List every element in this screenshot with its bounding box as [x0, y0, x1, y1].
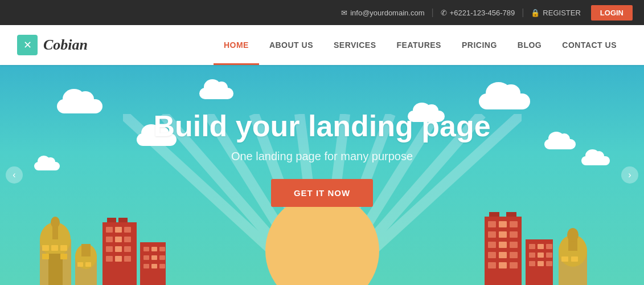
cta-button[interactable]: GET IT NOW: [271, 179, 373, 207]
navbar: ✕ Cobian HOME ABOUT US SERVICES FEATURES…: [0, 25, 644, 65]
svg-rect-73: [538, 253, 544, 258]
svg-rect-71: [546, 244, 552, 249]
svg-rect-24: [85, 262, 91, 267]
svg-rect-42: [151, 247, 157, 251]
svg-rect-69: [529, 244, 535, 249]
topbar: ✉ info@yourdomain.com | ✆ +6221-123-456-…: [0, 0, 644, 25]
lock-icon: 🔒: [531, 9, 540, 17]
svg-rect-52: [499, 221, 507, 227]
svg-rect-28: [124, 227, 131, 233]
svg-rect-43: [159, 247, 165, 251]
svg-rect-66: [489, 212, 499, 217]
svg-rect-74: [546, 253, 552, 258]
svg-rect-22: [81, 244, 91, 256]
svg-rect-56: [510, 231, 518, 238]
logo-icon: ✕: [17, 35, 38, 55]
svg-rect-46: [159, 255, 165, 260]
svg-rect-57: [488, 242, 496, 248]
svg-rect-15: [60, 245, 67, 251]
svg-point-19: [51, 217, 60, 228]
svg-rect-26: [106, 227, 113, 233]
hero-subtitle: One landing page for many purpose: [231, 150, 413, 163]
cloud-2: [199, 88, 233, 99]
topbar-email: ✉ info@yourdomain.com: [341, 9, 424, 17]
nav-item-services[interactable]: SERVICES: [323, 25, 387, 65]
svg-rect-27: [115, 227, 122, 233]
svg-rect-67: [506, 212, 516, 217]
buildings: [0, 205, 644, 285]
svg-rect-32: [106, 246, 113, 252]
svg-rect-14: [51, 245, 58, 251]
left-buildings: [34, 205, 194, 285]
svg-rect-55: [499, 231, 507, 238]
svg-rect-13: [42, 245, 49, 251]
cloud-5: [544, 139, 576, 149]
nav-item-blog[interactable]: BLOG: [507, 25, 552, 65]
topbar-phone: ✆ +6221-123-456-789: [441, 9, 515, 17]
svg-rect-37: [124, 256, 131, 262]
svg-rect-30: [115, 237, 122, 242]
svg-rect-49: [159, 264, 165, 268]
svg-rect-77: [546, 261, 552, 266]
svg-rect-75: [529, 261, 535, 266]
svg-rect-70: [538, 244, 544, 249]
nav-item-pricing[interactable]: PRICING: [452, 25, 507, 65]
svg-rect-60: [488, 252, 496, 258]
svg-rect-62: [510, 252, 518, 258]
cloud-8: [581, 156, 610, 165]
svg-rect-53: [510, 221, 518, 227]
svg-rect-38: [107, 218, 116, 222]
divider-2: |: [522, 7, 524, 18]
svg-rect-83: [571, 256, 578, 262]
login-button[interactable]: LOGIN: [591, 5, 633, 21]
svg-rect-61: [499, 252, 507, 258]
svg-rect-47: [143, 264, 149, 268]
cloud-7: [34, 162, 60, 170]
svg-rect-65: [510, 262, 518, 268]
svg-rect-48: [151, 264, 157, 268]
svg-rect-72: [529, 253, 535, 258]
svg-rect-58: [499, 242, 507, 248]
svg-rect-29: [106, 237, 113, 242]
svg-rect-33: [115, 246, 122, 252]
hero-section: Build your landing page One landing page…: [0, 65, 644, 285]
nav-item-features[interactable]: FEATURES: [387, 25, 452, 65]
svg-rect-17: [60, 254, 67, 259]
nav-item-home[interactable]: HOME: [214, 25, 259, 65]
svg-rect-45: [151, 255, 157, 260]
register-link[interactable]: 🔒 REGISTER: [531, 9, 580, 17]
svg-rect-16: [42, 254, 49, 259]
svg-rect-35: [106, 256, 113, 262]
svg-point-81: [567, 228, 579, 242]
cloud-1: [57, 99, 102, 113]
svg-rect-82: [561, 256, 568, 262]
svg-rect-34: [124, 246, 131, 252]
svg-rect-76: [538, 261, 544, 266]
svg-rect-63: [488, 262, 496, 268]
svg-rect-64: [499, 262, 507, 268]
scroll-right-arrow[interactable]: ›: [621, 166, 638, 184]
svg-rect-31: [124, 237, 131, 242]
divider-1: |: [431, 7, 433, 18]
svg-rect-51: [488, 221, 496, 227]
svg-rect-39: [118, 218, 128, 222]
logo-text[interactable]: Cobian: [43, 36, 88, 54]
hero-title: Build your landing page: [153, 109, 490, 143]
phone-icon: ✆: [441, 9, 447, 17]
nav-links: HOME ABOUT US SERVICES FEATURES PRICING …: [214, 25, 627, 65]
cloud-4: [479, 93, 530, 109]
right-buildings: [485, 205, 610, 285]
nav-item-about[interactable]: ABOUT US: [259, 25, 323, 65]
svg-rect-54: [488, 231, 496, 238]
logo-area: ✕ Cobian: [17, 35, 108, 55]
svg-rect-36: [115, 256, 122, 262]
svg-rect-41: [143, 247, 149, 251]
svg-rect-59: [510, 242, 518, 248]
nav-item-contact[interactable]: CONTACT US: [552, 25, 627, 65]
scroll-left-arrow[interactable]: ‹: [6, 166, 23, 184]
svg-rect-23: [77, 262, 83, 267]
svg-rect-44: [143, 255, 149, 260]
email-icon: ✉: [341, 9, 347, 17]
